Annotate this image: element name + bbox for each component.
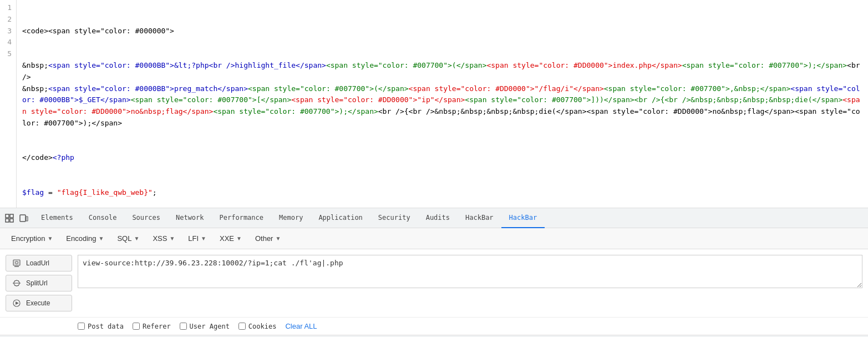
xss-arrow-icon: ▼ xyxy=(169,235,175,242)
xxe-menu[interactable]: XXE ▼ xyxy=(214,232,247,245)
encryption-menu[interactable]: Encryption ▼ xyxy=(6,232,58,245)
hackbar-url-area: view-source:http://39.96.23.228:10002/?i… xyxy=(78,255,862,311)
split-url-label: SplitUrl xyxy=(26,279,48,287)
referer-checkbox-label[interactable]: Referer xyxy=(133,323,171,330)
post-data-label: Post data xyxy=(88,323,124,330)
load-url-icon xyxy=(12,258,22,268)
encoding-arrow-icon: ▼ xyxy=(99,235,104,242)
code-editor-area: 1 2 3 4 5 <code><span style="color: #000… xyxy=(0,0,868,208)
encryption-arrow-icon: ▼ xyxy=(47,235,53,242)
encoding-menu[interactable]: Encoding ▼ xyxy=(60,232,109,245)
svg-rect-4 xyxy=(20,215,26,222)
referer-label: Referer xyxy=(143,323,171,330)
svg-rect-2 xyxy=(10,214,13,218)
execute-button[interactable]: Execute xyxy=(6,295,72,311)
svg-rect-5 xyxy=(26,217,28,221)
status-bar: https://blog.csdn.net/blog_article_id xyxy=(0,335,868,337)
hackbar-body: LoadUrl SplitUrl Execute xyxy=(0,249,868,317)
user-agent-checkbox[interactable] xyxy=(180,323,187,330)
split-url-button[interactable]: SplitUrl xyxy=(6,275,72,291)
tab-security[interactable]: Security xyxy=(370,208,418,228)
tab-hackbar1[interactable]: HackBar xyxy=(458,208,501,228)
sql-arrow-icon: ▼ xyxy=(134,235,139,242)
hackbar-toolbar: Encryption ▼ Encoding ▼ SQL ▼ XSS ▼ LFI … xyxy=(0,228,868,249)
referer-checkbox[interactable] xyxy=(133,323,140,330)
hackbar-footer: Post data Referer User Agent Cookies Cle… xyxy=(0,317,868,335)
line-numbers: 1 2 3 4 5 xyxy=(0,0,17,208)
clear-all-button[interactable]: Clear ALL xyxy=(285,322,317,330)
inspect-icon[interactable] xyxy=(4,213,14,223)
devtools-toolbar: Elements Console Sources Network Perform… xyxy=(0,208,868,228)
device-icon[interactable] xyxy=(19,213,29,223)
tab-network[interactable]: Network xyxy=(168,208,212,228)
xss-menu[interactable]: XSS ▼ xyxy=(147,232,180,245)
post-data-checkbox[interactable] xyxy=(78,323,85,330)
user-agent-label: User Agent xyxy=(190,323,230,330)
svg-rect-6 xyxy=(13,260,20,265)
lfi-arrow-icon: ▼ xyxy=(201,235,206,242)
tab-hackbar2[interactable]: HackBar xyxy=(501,208,545,228)
lfi-menu[interactable]: LFI ▼ xyxy=(182,232,212,245)
load-url-label: LoadUrl xyxy=(26,259,49,267)
sql-menu[interactable]: SQL ▼ xyxy=(111,232,145,245)
devtools-tabs: Elements Console Sources Network Perform… xyxy=(33,208,545,228)
hackbar-action-buttons: LoadUrl SplitUrl Execute xyxy=(6,255,72,311)
svg-rect-3 xyxy=(10,219,13,222)
load-url-button[interactable]: LoadUrl xyxy=(6,255,72,271)
tab-performance[interactable]: Performance xyxy=(212,208,271,228)
devtools-icons xyxy=(4,213,29,223)
tab-elements[interactable]: Elements xyxy=(33,208,81,228)
cookies-checkbox[interactable] xyxy=(238,323,246,330)
tab-audits[interactable]: Audits xyxy=(418,208,458,228)
cookies-label: Cookies xyxy=(248,323,277,330)
svg-rect-0 xyxy=(6,214,9,218)
user-agent-checkbox-label[interactable]: User Agent xyxy=(180,323,230,330)
post-data-checkbox-label[interactable]: Post data xyxy=(78,323,124,330)
xxe-arrow-icon: ▼ xyxy=(236,235,242,242)
execute-label: Execute xyxy=(26,299,50,307)
svg-rect-1 xyxy=(6,219,9,222)
execute-icon xyxy=(12,298,22,308)
code-content: <code><span style="color: #000000"> &nbs… xyxy=(17,0,868,208)
other-menu[interactable]: Other ▼ xyxy=(250,232,286,245)
cookies-checkbox-label[interactable]: Cookies xyxy=(238,323,277,330)
other-arrow-icon: ▼ xyxy=(275,235,281,242)
tab-memory[interactable]: Memory xyxy=(271,208,311,228)
tab-console[interactable]: Console xyxy=(81,208,125,228)
tab-sources[interactable]: Sources xyxy=(124,208,168,228)
split-url-icon xyxy=(12,278,22,288)
tab-application[interactable]: Application xyxy=(311,208,370,228)
svg-marker-12 xyxy=(16,301,19,305)
url-input[interactable]: view-source:http://39.96.23.228:10002/?i… xyxy=(78,255,862,288)
